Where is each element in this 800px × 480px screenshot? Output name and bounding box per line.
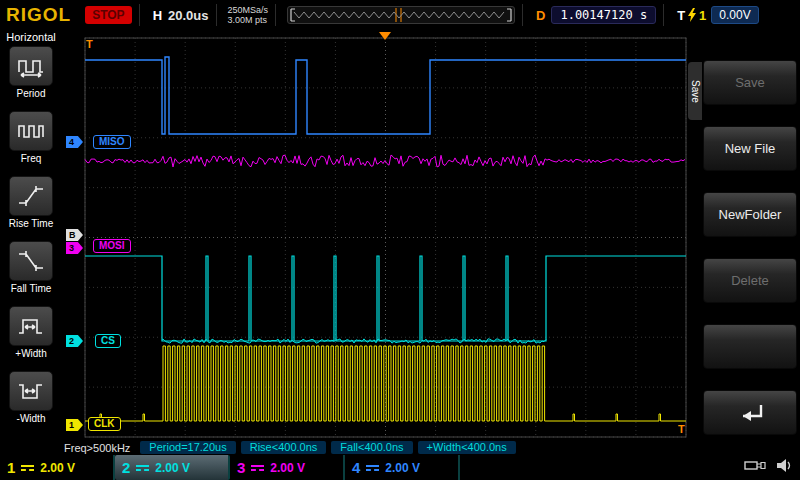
rise-time-icon (9, 176, 53, 216)
delay-label: D (536, 8, 545, 23)
channel-block-4[interactable]: 4 2.00 V (345, 455, 460, 480)
dc-coupling-icon (21, 465, 34, 471)
measurement-item: +Width<400.0ns (418, 441, 516, 454)
horizontal-label: H (153, 8, 162, 23)
blank-softkey (703, 324, 797, 369)
memory-depth: 3.00M pts (228, 15, 269, 25)
divider (275, 4, 276, 26)
channel-status-bar: 1 2.00 V 2 2.00 V 3 2.00 V 4 2.00 V (0, 455, 800, 480)
channel-block-1[interactable]: 1 2.00 V (0, 455, 115, 480)
save-button[interactable]: Save (703, 60, 797, 105)
minus-width-icon (9, 371, 53, 411)
run-state-badge: STOP (85, 6, 131, 24)
usb-plug-icon (744, 458, 766, 473)
preview-right-bracket (507, 9, 511, 21)
divider (522, 4, 523, 26)
measure-item-period[interactable]: Period (0, 46, 62, 111)
acquisition-info: 250MSa/s 3.00M pts (228, 5, 269, 25)
trigger-corner-marker-top: T (86, 39, 93, 50)
measure-item-label: Fall Time (11, 283, 52, 294)
measure-panel: Horizontal Period Freq Rise Time Fall Ti… (0, 30, 62, 440)
divider (663, 4, 664, 26)
channel-number: 2 (122, 459, 130, 476)
back-button[interactable] (703, 390, 797, 435)
measure-item-rise-time[interactable]: Rise Time (0, 176, 62, 241)
bus-label-cs: CS (95, 334, 121, 348)
period-icon (9, 46, 53, 86)
measure-panel-title: Horizontal (6, 31, 56, 43)
measure-item-label: Period (17, 88, 46, 99)
delay-readout: 1.00147120 s (551, 6, 656, 24)
status-icons (744, 458, 792, 473)
dc-coupling-icon (251, 465, 264, 471)
fall-time-icon (9, 241, 53, 281)
measurement-item: Rise<400.0ns (241, 441, 327, 454)
rigol-logo: RIGOL (6, 4, 71, 26)
trigger-level-readout: 0.00V (711, 6, 758, 24)
measure-item-freq[interactable]: Freq (0, 111, 62, 176)
plus-width-icon (9, 306, 53, 346)
measure-item-label: Rise Time (9, 218, 53, 229)
measurement-item: Freq>500kHz (64, 442, 130, 454)
trigger-source: 1 (699, 8, 706, 23)
measurement-item: Period=17.20us (140, 441, 235, 454)
delete-button[interactable]: Delete (703, 258, 797, 303)
channel-number: 4 (352, 459, 360, 476)
bus-label-clk: CLK (88, 417, 121, 431)
new-file-button[interactable]: New File (703, 126, 797, 171)
preview-left-bracket (291, 9, 295, 21)
trigger-label: T (677, 8, 685, 23)
channel-number: 3 (237, 459, 245, 476)
channel-block-3[interactable]: 3 2.00 V (230, 455, 345, 480)
trigger-corner-marker-bottom: T (678, 424, 685, 435)
top-status-bar: RIGOL STOP H 20.0us 250MSa/s 3.00M pts D… (0, 0, 800, 30)
bus-label-mosi: MOSI (93, 239, 131, 253)
preview-wave (288, 7, 514, 23)
divider (139, 4, 140, 26)
waveform-preview-strip (287, 6, 515, 24)
speaker-icon (776, 458, 792, 473)
measure-item-label: +Width (15, 348, 46, 359)
channel-scale: 2.00 V (385, 461, 420, 475)
measure-item-plus-width[interactable]: +Width (0, 306, 62, 371)
waveform-display (62, 30, 688, 440)
new-folder-button[interactable]: NewFolder (703, 192, 797, 237)
channel-number: 1 (7, 459, 15, 476)
timebase-readout: 20.0us (168, 8, 208, 23)
preview-waveform (294, 12, 504, 18)
measure-item-minus-width[interactable]: -Width (0, 371, 62, 436)
channel-scale: 2.00 V (270, 461, 305, 475)
dc-coupling-icon (136, 465, 149, 471)
bus-label-miso: MISO (93, 135, 131, 149)
menu-tab-save: Save (688, 62, 702, 120)
channel-scale: 2.00 V (40, 461, 75, 475)
return-arrow-icon (729, 402, 771, 424)
freq-icon (9, 111, 53, 151)
measure-item-label: Freq (21, 153, 42, 164)
measure-item-label: -Width (17, 413, 46, 424)
softkey-menu: Save Save New File NewFolder Delete (688, 30, 800, 455)
lightning-bolt-icon (687, 8, 697, 22)
measurement-results-bar: Freq>500kHz Period=17.20us Rise<400.0ns … (62, 440, 688, 455)
measure-item-fall-time[interactable]: Fall Time (0, 241, 62, 306)
waveform-clk (85, 346, 686, 421)
waveform-mosi (85, 155, 685, 167)
sample-rate: 250MSa/s (228, 5, 269, 15)
channel-block-2[interactable]: 2 2.00 V (115, 455, 230, 480)
trigger-position-marker[interactable] (379, 32, 391, 40)
divider (216, 4, 217, 26)
dc-coupling-icon (366, 465, 379, 471)
channel-scale: 2.00 V (155, 461, 190, 475)
measurement-item: Fall<400.0ns (331, 441, 412, 454)
